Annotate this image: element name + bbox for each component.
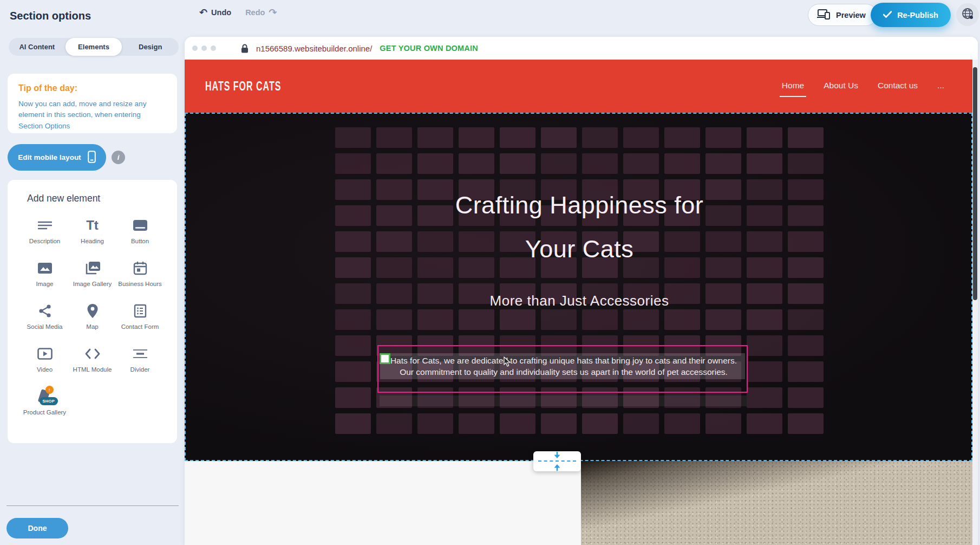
hero-tile xyxy=(582,413,618,434)
scrollbar-thumb[interactable] xyxy=(973,67,977,300)
hero-tile xyxy=(623,413,659,434)
nav-home[interactable]: Home xyxy=(782,81,804,92)
element-heading[interactable]: Tt Heading xyxy=(69,217,116,253)
element-image-gallery[interactable]: Image Gallery xyxy=(69,260,116,296)
hero-tile xyxy=(417,413,453,434)
republish-button[interactable]: Re-Publish xyxy=(871,3,951,27)
hero-tile xyxy=(705,153,741,174)
hero-tile xyxy=(664,127,700,148)
image-gallery-icon xyxy=(84,260,101,276)
hero-tile xyxy=(417,153,453,174)
tab-design[interactable]: Design xyxy=(122,38,179,56)
site-preview-window: n1566589.websitebuilder.online/ GET YOUR… xyxy=(185,37,978,545)
map-pin-icon xyxy=(84,303,101,319)
check-icon xyxy=(883,11,892,20)
element-video[interactable]: Video xyxy=(21,346,69,381)
hero-tile xyxy=(500,413,535,434)
hero-tile xyxy=(664,153,700,174)
site-url[interactable]: n1566589.websitebuilder.online/ xyxy=(256,44,372,53)
redo-label: Redo xyxy=(245,8,265,17)
video-icon xyxy=(36,346,54,362)
edit-mobile-label: Edit mobile layout xyxy=(18,153,81,161)
nav-contact-us[interactable]: Contact us xyxy=(878,81,918,92)
section-resize-handle[interactable] xyxy=(533,451,581,471)
element-html-module[interactable]: HTML Module xyxy=(69,346,116,381)
element-description[interactable]: Description xyxy=(21,217,69,253)
hero-tile xyxy=(376,127,412,148)
section-options-sidebar: Section options AI Content Elements Desi… xyxy=(0,0,185,545)
hero-tile xyxy=(541,153,577,174)
hero-tile xyxy=(705,127,741,148)
preview-button[interactable]: Preview xyxy=(808,4,877,26)
element-button[interactable]: Button xyxy=(116,217,164,253)
hero-description-text: Hats for Cats, we are dedicated to craft… xyxy=(384,355,743,378)
preview-scrollbar[interactable] xyxy=(972,60,978,545)
image-icon xyxy=(36,260,54,276)
hero-section-selected[interactable]: Crafting Happiness for Your Cats More th… xyxy=(185,113,972,461)
redo-button[interactable]: Redo ↷ xyxy=(245,8,277,17)
undo-button[interactable]: ↶ Undo xyxy=(199,8,231,17)
hero-tile xyxy=(582,127,618,148)
element-social-media[interactable]: Social Media xyxy=(21,303,69,339)
element-image[interactable]: Image xyxy=(21,260,69,296)
button-icon xyxy=(132,217,149,233)
element-product-gallery[interactable]: SHOP ↑ Product Gallery xyxy=(21,388,69,424)
hero-tile xyxy=(582,309,618,330)
add-element-panel: Add new element Description Tt Heading B… xyxy=(8,180,177,443)
hero-tile xyxy=(459,127,494,148)
hero-tile xyxy=(541,309,577,330)
site-logo[interactable]: HATS FOR CATS xyxy=(205,79,281,94)
nav-more-menu[interactable]: ... xyxy=(937,81,944,92)
hero-tile xyxy=(705,309,741,330)
arrow-up-icon xyxy=(553,464,561,471)
nav-about-us[interactable]: About Us xyxy=(824,81,858,92)
hero-tile xyxy=(335,387,371,408)
devices-icon xyxy=(817,9,831,21)
arrow-down-icon xyxy=(553,452,561,459)
globe-icon xyxy=(961,7,974,22)
hero-tile xyxy=(747,335,782,356)
next-section-blank xyxy=(185,461,581,545)
lock-icon xyxy=(241,44,249,53)
edit-mobile-layout-button[interactable]: Edit mobile layout xyxy=(8,144,106,171)
upgrade-arrow-icon: ↑ xyxy=(45,386,54,394)
done-button[interactable]: Done xyxy=(6,518,68,538)
tab-elements[interactable]: Elements xyxy=(66,38,122,56)
faint-overlay-band xyxy=(380,395,747,406)
page-title: Section options xyxy=(10,10,91,22)
element-contact-form[interactable]: Contact Form xyxy=(116,303,164,339)
element-map[interactable]: Map xyxy=(69,303,116,339)
hero-tile xyxy=(747,387,782,408)
info-icon[interactable]: i xyxy=(112,151,125,164)
element-divider[interactable]: Divider xyxy=(116,346,164,381)
phone-icon xyxy=(88,151,96,165)
divider-icon xyxy=(132,346,149,362)
hero-tile xyxy=(335,335,371,356)
site-nav: Home About Us Contact us ... xyxy=(782,60,944,113)
hero-tile xyxy=(500,153,535,174)
description-element-selected[interactable]: Hats for Cats, we are dedicated to craft… xyxy=(377,345,748,393)
hero-subheading[interactable]: More than Just Accessories xyxy=(335,293,824,309)
hero-tile xyxy=(376,153,412,174)
tip-title: Tip of the day: xyxy=(18,83,166,93)
tab-ai-content[interactable]: AI Content xyxy=(9,38,66,56)
undo-redo-group: ↶ Undo Redo ↷ xyxy=(199,8,277,17)
social-media-icon xyxy=(36,303,54,319)
globe-button[interactable] xyxy=(956,3,979,26)
undo-icon: ↶ xyxy=(199,8,207,17)
get-domain-link[interactable]: GET YOUR OWN DOMAIN xyxy=(380,44,478,53)
element-business-hours[interactable]: Business Hours xyxy=(116,260,164,296)
window-dots xyxy=(192,46,216,51)
hero-heading[interactable]: Crafting Happiness for Your Cats xyxy=(335,183,824,271)
hero-tile xyxy=(417,309,453,330)
hero-tile xyxy=(747,361,782,382)
hero-tile xyxy=(335,361,371,382)
hero-tile xyxy=(417,127,453,148)
handle-dashed-line xyxy=(538,460,576,462)
hero-tile xyxy=(335,127,371,148)
hero-tile xyxy=(335,413,371,434)
hero-tile xyxy=(788,309,824,330)
hero-tile xyxy=(788,413,824,434)
hero-tile xyxy=(788,387,824,408)
hero-tile xyxy=(788,335,824,356)
